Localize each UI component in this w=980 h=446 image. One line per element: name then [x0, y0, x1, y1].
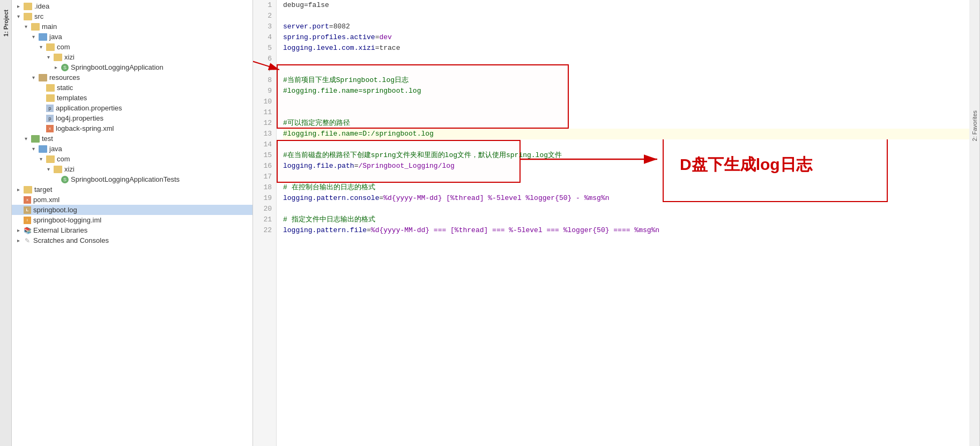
arrow-xizi[interactable] — [47, 54, 54, 60]
line-number-14: 14 — [253, 139, 272, 150]
sidebar-item-com-test[interactable]: com — [12, 154, 253, 164]
sidebar-item-log4j[interactable]: plog4j.properties — [12, 113, 253, 123]
arrow-idea[interactable] — [17, 3, 24, 9]
project-tab[interactable]: 1: Project — [1, 5, 11, 41]
arrow-com-test[interactable] — [40, 156, 46, 162]
sidebar-item-springbootlog[interactable]: Lspringboot.log — [12, 205, 253, 215]
arrow-scratches[interactable] — [17, 237, 24, 243]
line-number-20: 20 — [253, 204, 272, 214]
log-icon-springbootlog: L — [24, 206, 31, 214]
line-number-5: 5 — [253, 43, 272, 54]
sidebar-item-src[interactable]: src — [12, 11, 253, 21]
props-icon-log4j: p — [46, 115, 54, 122]
code-editor[interactable]: 12345678910111213141516171819202122 D盘下生… — [253, 0, 980, 446]
arrow-com[interactable] — [40, 44, 46, 50]
sidebar-item-springbootlogging[interactable]: ispringboot-logging.iml — [12, 215, 253, 225]
sidebar-item-appprops[interactable]: papplication.properties — [12, 103, 253, 113]
line-number-4: 4 — [253, 32, 272, 43]
line-number-3: 3 — [253, 21, 272, 32]
sidebar-item-test[interactable]: test — [12, 133, 253, 144]
sidebar-item-pomxml[interactable]: xpom.xml — [12, 195, 253, 205]
favorites-tab[interactable]: 2: Favorites — [970, 107, 979, 144]
code-line-11 — [283, 107, 980, 118]
arrow-test[interactable] — [25, 136, 31, 142]
right-panel-tabs[interactable]: 2: Favorites — [969, 0, 980, 446]
sidebar-item-SpringbootApp[interactable]: SSpringbootLoggingApplication — [12, 62, 253, 72]
code-line-4: spring.profiles.active=dev — [283, 32, 980, 43]
arrow-main[interactable] — [25, 24, 31, 29]
props-icon-appprops: p — [46, 105, 54, 112]
arrow-target[interactable] — [17, 187, 24, 192]
file-tree: .ideasrcmainjavacomxiziSSpringbootLoggin… — [12, 0, 253, 446]
code-line-15: #在当前磁盘的根路径下创建spring文件夹和里面的log文件，默认使用spri… — [283, 150, 980, 161]
label-com: com — [57, 43, 70, 51]
sidebar-item-xizi-test[interactable]: xizi — [12, 164, 253, 174]
iml-icon-springbootlogging: i — [24, 217, 31, 224]
sidebar-item-com[interactable]: com — [12, 42, 253, 52]
label-appprops: application.properties — [56, 104, 122, 112]
code-line-12: #可以指定完整的路径 — [283, 118, 980, 129]
folder-icon-main — [31, 23, 40, 31]
label-java-test: java — [49, 145, 62, 153]
sidebar-item-templates[interactable]: templates — [12, 93, 253, 103]
arrow-SpringbootApp[interactable] — [55, 64, 61, 70]
folder-res-icon-resources — [39, 74, 47, 81]
code-line-16: logging.file.path=/Springboot_Logging/lo… — [283, 161, 980, 172]
line-number-22: 22 — [253, 225, 272, 236]
sidebar-item-resources[interactable]: resources — [12, 72, 253, 83]
line-number-6: 6 — [253, 54, 272, 64]
arrow-src[interactable] — [17, 13, 24, 19]
line-number-19: 19 — [253, 193, 272, 204]
folder-blue-icon-java-test — [39, 145, 47, 153]
label-resources: resources — [49, 73, 80, 81]
sidebar-item-static[interactable]: static — [12, 83, 253, 93]
label-SpringbootApp: SpringbootLoggingApplication — [71, 63, 164, 71]
folder-icon-xizi — [54, 54, 62, 61]
arrow-extlibs[interactable] — [17, 227, 24, 233]
sidebar-item-SpringbootTests[interactable]: SSpringbootLoggingApplicationTests — [12, 174, 253, 184]
line-number-2: 2 — [253, 11, 272, 21]
line-number-12: 12 — [253, 118, 272, 129]
line-number-11: 11 — [253, 107, 272, 118]
folder-icon-idea — [24, 3, 32, 10]
label-xizi-test: xizi — [64, 165, 75, 173]
code-line-7 — [283, 64, 980, 75]
folder-icon-xizi-test — [54, 166, 62, 173]
arrow-java-test[interactable] — [32, 146, 39, 152]
sidebar-item-main[interactable]: main — [12, 21, 253, 32]
sidebar-item-scratches[interactable]: ✎Scratches and Consoles — [12, 235, 253, 246]
xml-icon-pomxml: x — [24, 196, 31, 204]
folder-icon-src — [24, 13, 32, 20]
arrow-xizi-test[interactable] — [47, 166, 54, 172]
line-number-9: 9 — [253, 86, 272, 96]
label-idea: .idea — [34, 2, 49, 10]
folder-icon-com-test — [46, 155, 55, 163]
spring-icon-SpringbootTests: S — [61, 176, 69, 183]
line-number-18: 18 — [253, 182, 272, 193]
label-logback: logback-spring.xml — [56, 124, 114, 132]
sidebar-item-extlibs[interactable]: 📚External Libraries — [12, 225, 253, 235]
label-pomxml: pom.xml — [33, 196, 60, 204]
sidebar-item-java[interactable]: java — [12, 32, 253, 42]
sidebar-item-logback[interactable]: xlogback-spring.xml — [12, 123, 253, 133]
sidebar-item-java-test[interactable]: java — [12, 144, 253, 154]
sidebar-item-xizi[interactable]: xizi — [12, 52, 253, 62]
folder-green-icon-test — [31, 135, 40, 143]
line-numbers: 12345678910111213141516171819202122 — [253, 0, 277, 446]
label-com-test: com — [57, 155, 70, 163]
sidebar-item-target[interactable]: target — [12, 184, 253, 195]
label-springbootlogging: springboot-logging.iml — [33, 216, 101, 224]
code-line-8: #当前项目下生成Springboot.log日志 — [283, 75, 980, 86]
sidebar-item-idea[interactable]: .idea — [12, 1, 253, 11]
label-java: java — [49, 33, 62, 41]
line-number-16: 16 — [253, 161, 272, 172]
code-line-6 — [283, 54, 980, 64]
line-number-13: 13 — [253, 129, 272, 139]
label-SpringbootTests: SpringbootLoggingApplicationTests — [71, 175, 180, 183]
code-line-21: # 指定文件中日志输出的格式 — [283, 214, 980, 225]
line-number-8: 8 — [253, 75, 272, 86]
arrow-java[interactable] — [32, 34, 39, 40]
arrow-resources[interactable] — [32, 75, 39, 80]
left-panel-tabs[interactable]: 1: Project — [0, 0, 12, 446]
folder-icon-templates — [46, 94, 55, 102]
